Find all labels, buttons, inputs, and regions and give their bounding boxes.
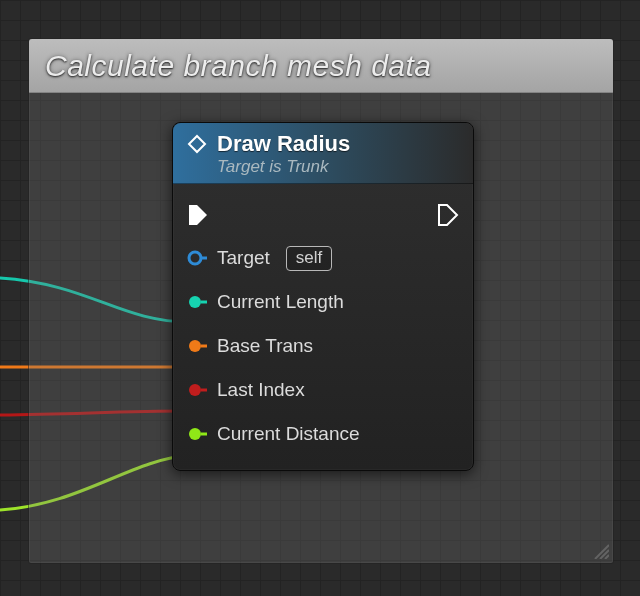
exec-output-pin[interactable]	[437, 203, 459, 227]
pin-icon-int	[187, 380, 207, 400]
pin-current-length[interactable]: Current Length	[187, 280, 459, 324]
pin-label: Current Distance	[217, 423, 360, 445]
pin-label: Last Index	[217, 379, 305, 401]
blueprint-node[interactable]: Draw Radius Target is Trunk Target self	[172, 122, 474, 471]
exec-input-pin[interactable]	[187, 203, 209, 227]
pin-label: Target	[217, 247, 270, 269]
pin-icon-float	[187, 424, 207, 444]
resize-grip-icon[interactable]	[591, 541, 609, 559]
self-badge[interactable]: self	[286, 246, 332, 271]
svg-point-4	[189, 296, 201, 308]
svg-point-3	[189, 252, 201, 264]
pin-icon-float	[187, 292, 207, 312]
node-subtitle: Target is Trunk	[217, 157, 459, 177]
node-title: Draw Radius	[217, 131, 350, 157]
comment-title: Calculate branch mesh data	[45, 49, 432, 83]
pin-last-index[interactable]: Last Index	[187, 368, 459, 412]
pin-current-distance[interactable]: Current Distance	[187, 412, 459, 456]
svg-point-5	[189, 340, 201, 352]
pin-base-trans[interactable]: Base Trans	[187, 324, 459, 368]
pin-label: Current Length	[217, 291, 344, 313]
node-body: Target self Current Length Base Trans	[173, 184, 473, 470]
function-icon	[187, 134, 207, 154]
comment-header[interactable]: Calculate branch mesh data	[29, 39, 613, 93]
svg-point-7	[189, 428, 201, 440]
pin-label: Base Trans	[217, 335, 313, 357]
node-header[interactable]: Draw Radius Target is Trunk	[173, 123, 473, 184]
pin-icon-object	[187, 248, 207, 268]
pin-target[interactable]: Target self	[187, 236, 459, 280]
svg-point-6	[189, 384, 201, 396]
svg-line-2	[605, 555, 609, 559]
pin-icon-transform	[187, 336, 207, 356]
